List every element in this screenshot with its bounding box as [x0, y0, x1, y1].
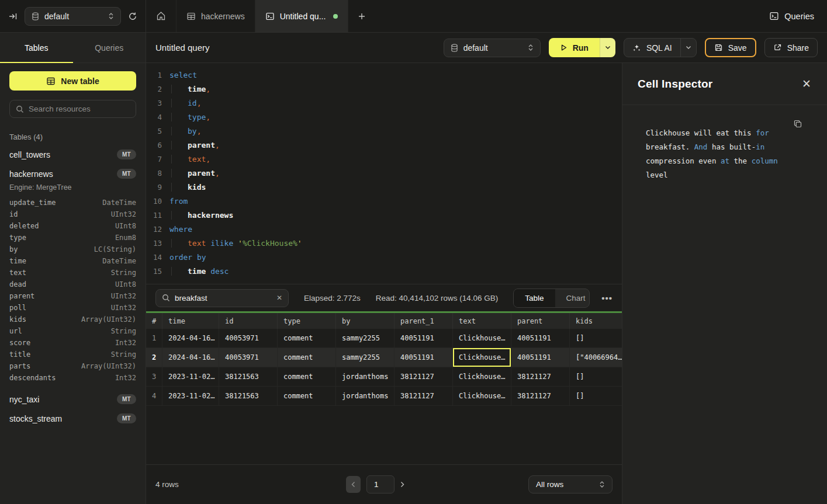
column-header-by[interactable]: by [336, 313, 395, 329]
table-cell[interactable]: 40051191 [395, 348, 453, 367]
column-header-kids[interactable]: kids [570, 313, 622, 329]
table-cell[interactable]: [] [570, 387, 622, 405]
table-cell[interactable]: 38121563 [219, 387, 278, 405]
next-page-button[interactable] [400, 481, 404, 488]
collapse-sidebar-button[interactable] [8, 12, 18, 21]
copy-cell-button[interactable] [793, 119, 802, 128]
sql-ai-caret[interactable] [680, 39, 696, 57]
table-cell[interactable]: comment [278, 367, 336, 386]
table-cell[interactable]: 38121127 [395, 367, 453, 386]
tab-home[interactable] [146, 0, 177, 32]
close-inspector-button[interactable]: ✕ [802, 78, 811, 89]
table-cell[interactable]: Clickhouse… [453, 367, 511, 386]
previous-page-button[interactable] [346, 476, 361, 493]
table-cell[interactable]: comment [278, 348, 336, 367]
table-cell[interactable]: comment [278, 329, 336, 347]
database-selector[interactable]: default [25, 7, 121, 26]
code-line[interactable]: 15time desc [146, 264, 622, 278]
table-cell[interactable]: 40053971 [219, 348, 278, 367]
run-options-caret[interactable] [600, 38, 615, 57]
table-cell[interactable]: jordanthoms [336, 367, 395, 386]
page-size-selector[interactable]: All rows [528, 475, 613, 493]
code-line[interactable]: 3id, [146, 96, 622, 110]
code-line[interactable]: 14order by [146, 250, 622, 264]
tab-hackernews[interactable]: hackernews [177, 0, 255, 32]
table-cell[interactable]: ["40066964… [570, 348, 622, 367]
code-line[interactable]: 7text, [146, 152, 622, 166]
table-cell[interactable]: 40051191 [511, 329, 570, 347]
table-cell[interactable]: sammy2255 [336, 329, 395, 347]
view-toggle-table[interactable]: Table [514, 289, 555, 307]
code-line[interactable]: 2time, [146, 82, 622, 96]
sql-ai-button[interactable]: SQL AI [624, 38, 697, 57]
column-header-time[interactable]: time [162, 313, 219, 329]
view-toggle-chart[interactable]: Chart [555, 289, 590, 307]
table-cell[interactable]: 38121127 [395, 387, 453, 405]
column-header-text[interactable]: text [453, 313, 511, 329]
code-line[interactable]: 11hackernews [146, 208, 622, 222]
sidebar-table-hackernews[interactable]: hackernewsMT [0, 164, 146, 183]
sidebar-search[interactable] [9, 100, 136, 118]
column-header-type[interactable]: type [278, 313, 336, 329]
sidebar-table-stocks_stream[interactable]: stocks_streamMT [0, 409, 146, 428]
column-header-#[interactable]: # [146, 313, 162, 329]
code-line[interactable]: 8parent, [146, 166, 622, 180]
code-line[interactable]: 6parent, [146, 138, 622, 152]
code-line[interactable]: 9kids [146, 180, 622, 194]
code-line[interactable]: 1select [146, 68, 622, 82]
sidebar-table-nyc_taxi[interactable]: nyc_taxiMT [0, 390, 146, 409]
table-cell[interactable]: 2023-11-02… [162, 367, 219, 386]
table-cell[interactable]: Clickhouse… [453, 387, 511, 405]
table-cell[interactable]: [] [570, 329, 622, 347]
table-cell[interactable]: 2023-11-02… [162, 387, 219, 405]
queries-button[interactable]: Queries [769, 11, 814, 21]
column-name: descendants [9, 374, 56, 382]
code-line[interactable]: 12where [146, 222, 622, 236]
results-search-input[interactable] [175, 294, 272, 303]
table-cell[interactable]: Clickhouse… [453, 329, 511, 347]
run-button-main[interactable]: Run [549, 38, 600, 57]
column-header-id[interactable]: id [219, 313, 278, 329]
pagination [346, 475, 404, 493]
query-database-selector[interactable]: default [444, 39, 541, 57]
code-line[interactable]: 5by, [146, 124, 622, 138]
table-cell[interactable]: 38121563 [219, 367, 278, 386]
row-count-label: 4 rows [155, 480, 284, 489]
column-header-parent[interactable]: parent [511, 313, 570, 329]
page-number-input[interactable] [366, 475, 395, 493]
table-cell[interactable]: [] [570, 367, 622, 386]
code-line[interactable]: 13text ilike '%ClickHouse%' [146, 236, 622, 250]
tab-untitled-query[interactable]: Untitled qu... [255, 0, 349, 32]
table-cell[interactable]: 2024-04-16… [162, 348, 219, 367]
selected-table-cell[interactable]: Clickhouse… [453, 348, 511, 367]
column-name: score [9, 339, 30, 347]
code-line[interactable]: 4type, [146, 110, 622, 124]
table-cell[interactable]: 38121127 [511, 387, 570, 405]
table-cell[interactable]: comment [278, 387, 336, 405]
new-table-button[interactable]: New table [9, 71, 136, 91]
table-cell[interactable]: 40051191 [511, 348, 570, 367]
sql-editor[interactable]: 1select2time,3id,4type,5by,6parent,7text… [146, 63, 622, 284]
code-line[interactable]: 10from [146, 194, 622, 208]
table-cell[interactable]: 2024-04-16… [162, 329, 219, 347]
sidebar-tab-tables[interactable]: Tables [0, 33, 73, 62]
table-cell[interactable]: jordanthoms [336, 387, 395, 405]
clear-search-button[interactable]: ✕ [276, 294, 282, 302]
save-button[interactable]: Save [705, 38, 756, 57]
run-button[interactable]: Run [549, 38, 615, 57]
table-cell[interactable]: 40053971 [219, 329, 278, 347]
results-search[interactable]: ✕ [155, 289, 289, 307]
sql-ai-main[interactable]: SQL AI [624, 39, 680, 57]
table-cell[interactable]: 38121127 [511, 367, 570, 386]
refresh-button[interactable] [128, 12, 137, 21]
results-more-button[interactable]: ••• [601, 293, 613, 303]
column-header-parent_1[interactable]: parent_1 [395, 313, 453, 329]
share-button[interactable]: Share [764, 38, 818, 57]
sidebar-tab-queries[interactable]: Queries [73, 33, 146, 62]
line-number: 4 [146, 113, 169, 121]
table-cell[interactable]: 40051191 [395, 329, 453, 347]
sidebar-search-input[interactable] [29, 105, 130, 113]
sidebar-table-cell_towers[interactable]: cell_towersMT [0, 145, 146, 164]
new-tab-button[interactable] [348, 0, 375, 32]
table-cell[interactable]: sammy2255 [336, 348, 395, 367]
